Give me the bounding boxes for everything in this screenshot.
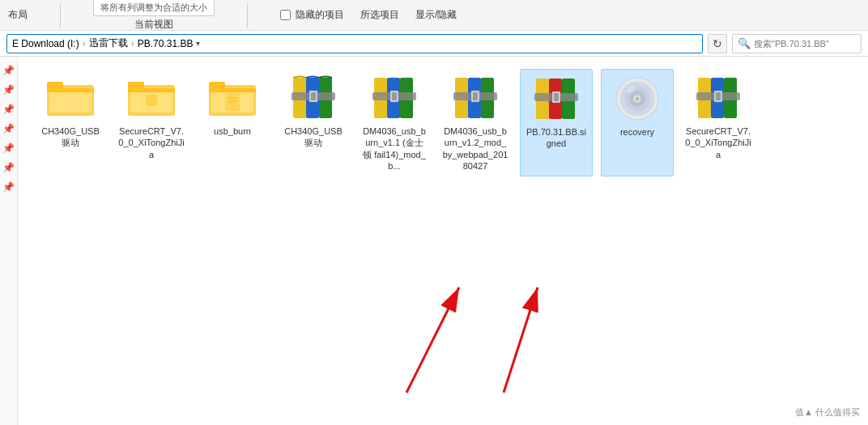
- toolbar-layout-group: 布局: [8, 8, 28, 22]
- disc-icon: [613, 74, 662, 123]
- address-bar: E Download (I:) › 迅雷下载 › PB.70.31.BB ▾ ↻…: [0, 31, 868, 57]
- winrar-icon: [289, 74, 338, 122]
- file-label: recovery: [620, 126, 654, 138]
- svg-rect-25: [311, 92, 316, 100]
- main-container: 📌 📌 📌 📌 📌 📌 📌 CH340G_USB驱动: [0, 57, 868, 425]
- address-folder2: PB.70.31.BB: [138, 38, 194, 49]
- list-item[interactable]: recovery: [601, 69, 674, 176]
- folder-icon: [127, 74, 176, 122]
- address-sep-2: ›: [131, 38, 134, 49]
- watermark: 值▲ 什么值得买: [795, 406, 860, 419]
- file-label: usb_burn: [214, 125, 251, 137]
- pin-icon-7[interactable]: 📌: [3, 181, 15, 193]
- pin-icon-1[interactable]: 📌: [3, 65, 15, 76]
- svg-rect-56: [716, 92, 721, 100]
- svg-line-58: [406, 287, 459, 393]
- file-label: SecureCRT_V7.0_0_XiTongZhiJia: [685, 125, 751, 160]
- file-label: CH340G_USB驱动: [37, 125, 104, 149]
- svg-rect-31: [392, 92, 397, 100]
- svg-rect-43: [554, 93, 559, 101]
- pin-icon-6[interactable]: 📌: [3, 162, 15, 173]
- address-sep-1: ›: [83, 38, 86, 49]
- svg-rect-11: [146, 95, 157, 106]
- winrar-icon: [370, 74, 419, 122]
- svg-rect-4: [49, 91, 91, 113]
- left-pins: 📌 📌 📌 📌 📌 📌 📌: [0, 57, 18, 425]
- list-item[interactable]: CH340G_USB驱动: [277, 69, 350, 176]
- show-hide-label: 显示/隐藏: [415, 8, 457, 22]
- address-folder1: 迅雷下载: [89, 36, 128, 50]
- list-item[interactable]: DM4036_usb_burn_v1.1 (金士顿 fail14)_mod_b.…: [358, 69, 431, 176]
- svg-rect-5: [47, 88, 94, 92]
- list-item[interactable]: SecureCRT_V7.0_0_XiTongZhiJia: [115, 69, 188, 176]
- file-label: CH340G_USB驱动: [280, 125, 347, 149]
- list-item[interactable]: usb_burn: [196, 69, 269, 176]
- file-label: PB.70.31.BB.signed: [524, 126, 589, 150]
- address-dropdown-icon[interactable]: ▾: [196, 39, 200, 48]
- svg-rect-16: [209, 88, 256, 92]
- pin-icon-3[interactable]: 📌: [3, 104, 15, 115]
- svg-rect-10: [128, 88, 175, 92]
- list-item[interactable]: DM4036_usb_burn_v1.2_mod_by_webpad_20180…: [439, 69, 512, 176]
- toolbar-show-hide-section: 隐藏的项目 所选项目 显示/隐藏: [280, 8, 457, 22]
- toolbar-view-section: 将所有列调整为合适的大小 当前视图: [93, 0, 215, 32]
- toolbar-adjust-group[interactable]: 将所有列调整为合适的大小 当前视图: [93, 0, 215, 32]
- refresh-button[interactable]: ↻: [708, 34, 727, 53]
- toolbar-divider-2: [247, 3, 248, 28]
- layout-label: 布局: [8, 8, 28, 22]
- address-path[interactable]: E Download (I:) › 迅雷下载 › PB.70.31.BB ▾: [6, 34, 703, 53]
- hidden-items-label: 隐藏的项目: [296, 8, 344, 22]
- list-item[interactable]: CH340G_USB驱动: [34, 69, 107, 176]
- search-icon: 🔍: [738, 37, 751, 49]
- file-label: DM4036_usb_burn_v1.1 (金士顿 fail14)_mod_b.…: [361, 125, 428, 172]
- file-label: DM4036_usb_burn_v1.2_mod_by_webpad_20180…: [442, 125, 508, 172]
- list-item[interactable]: SecureCRT_V7.0_0_XiTongZhiJia: [682, 69, 755, 176]
- file-area: CH340G_USB驱动 SecureCRT_V7.0_0_XiTongZhiJ…: [18, 57, 868, 425]
- folder-icon: [208, 74, 257, 122]
- file-label: SecureCRT_V7.0_0_XiTongZhiJia: [118, 125, 185, 160]
- pin-icon-4[interactable]: 📌: [3, 123, 15, 134]
- adjust-columns-button[interactable]: 将所有列调整为合适的大小: [93, 0, 215, 16]
- winrar-icon: [694, 74, 742, 122]
- toolbar-divider-1: [60, 3, 61, 28]
- toolbar: 布局 将所有列调整为合适的大小 当前视图 隐藏的项目 所选项目 显示/隐藏: [0, 0, 868, 31]
- folder-icon: [46, 74, 95, 122]
- pin-icon-2[interactable]: 📌: [3, 84, 15, 96]
- current-view-label: 当前视图: [134, 18, 173, 32]
- selected-items-label: 所选项目: [360, 8, 399, 22]
- winrar-icon: [451, 74, 500, 122]
- address-drive: E Download (I:): [12, 38, 79, 49]
- svg-line-59: [504, 287, 538, 393]
- search-box[interactable]: 🔍: [732, 34, 862, 53]
- arrows-overlay: [18, 198, 868, 425]
- svg-point-49: [636, 97, 639, 100]
- search-input[interactable]: [754, 39, 859, 49]
- list-item[interactable]: PB.70.31.BB.signed: [520, 69, 593, 176]
- winrar-icon: [532, 74, 581, 123]
- svg-rect-37: [473, 92, 478, 100]
- toolbar-layout-section: 布局: [8, 8, 28, 22]
- hidden-items-checkbox[interactable]: [280, 10, 291, 20]
- hidden-items-area[interactable]: 隐藏的项目: [280, 8, 344, 22]
- svg-rect-17: [225, 93, 240, 111]
- pin-icon-5[interactable]: 📌: [3, 142, 15, 154]
